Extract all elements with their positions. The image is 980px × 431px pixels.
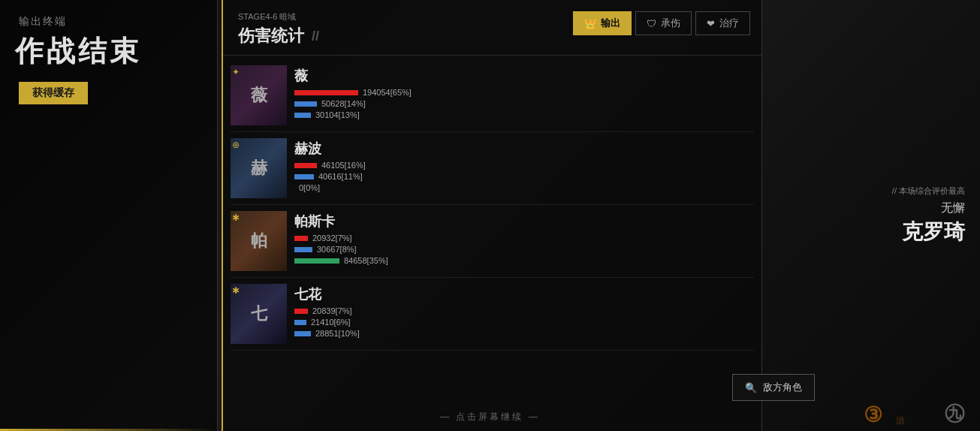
stats-title-text: 伤害统计 <box>238 25 304 47</box>
enemy-button[interactable]: 🔍 敌方角色 <box>732 374 815 401</box>
obtain-button[interactable]: 获得缓存 <box>19 82 88 104</box>
bar-label-3-1: 21410[6%] <box>311 318 351 327</box>
bar-fill-0-2 <box>294 113 311 118</box>
right-panel: // 本场综合评价最高 无懈 克罗琦 <box>830 0 980 431</box>
char-name-3: 七花 <box>294 285 754 303</box>
tab-heal[interactable]: ❤ 治疗 <box>695 11 750 35</box>
bar-label-1-1: 40616[11%] <box>318 172 363 181</box>
bottom-text: — 点击屏幕继续 — <box>440 411 540 422</box>
char-info-2: 帕斯卡20932[7%]30667[8%]84658[35%] <box>294 211 754 267</box>
bar-row-1-2: 0[0%] <box>294 183 754 192</box>
bar-row-2-2: 84658[35%] <box>294 256 754 265</box>
bar-label-0-2: 30104[13%] <box>315 110 360 119</box>
bottom-bar: — 点击屏幕继续 — <box>0 411 980 423</box>
bar-row-2-0: 20932[7%] <box>294 234 754 243</box>
bar-track-0-2 <box>294 113 311 118</box>
bar-fill-2-2 <box>294 258 339 264</box>
bar-label-0-0: 194054[65%] <box>363 88 412 97</box>
bar-label-3-2: 28851[10%] <box>315 329 360 338</box>
tab-damage[interactable]: 🛡 承伤 <box>635 11 692 35</box>
bar-row-0-1: 50628[14%] <box>294 99 754 108</box>
right-rank: 无懈 <box>941 200 965 216</box>
bar-row-1-0: 46105[16%] <box>294 161 754 170</box>
bar-track-0-0 <box>294 90 358 95</box>
tab-damage-label: 承伤 <box>661 17 680 30</box>
bar-label-1-0: 46105[16%] <box>321 161 366 170</box>
bar-row-2-1: 30667[8%] <box>294 245 754 254</box>
bar-fill-3-1 <box>294 320 306 325</box>
tab-heal-icon: ❤ <box>707 18 715 29</box>
char-star-1: ⊕ <box>232 140 240 150</box>
bar-track-0-1 <box>294 101 317 107</box>
left-panel: 输出终端 作战结束 获得缓存 <box>0 0 218 431</box>
watermark-you: 游 <box>896 414 905 427</box>
bar-row-0-2: 30104[13%] <box>294 110 754 119</box>
char-row-2: 帕✱帕斯卡20932[7%]30667[8%]84658[35%] <box>231 205 754 278</box>
bar-track-2-1 <box>294 247 312 252</box>
bar-row-1-1: 40616[11%] <box>294 172 754 181</box>
enemy-label: 敌方角色 <box>763 381 802 394</box>
char-row-1: 赫⊕赫波46105[16%]40616[11%]0[0%] <box>231 132 754 205</box>
char-avatar-1: 赫⊕ <box>231 138 287 198</box>
watermark-3: ③ <box>864 402 882 427</box>
character-list: 薇✦薇194054[65%]50628[14%]30104[13%]赫⊕赫波46… <box>223 56 761 354</box>
bar-track-3-2 <box>294 331 311 336</box>
bar-label-1-2: 0[0%] <box>299 183 320 192</box>
stats-title-slash: // <box>312 29 319 44</box>
tab-output[interactable]: 👑 输出 <box>573 11 632 35</box>
watermark-9: ㊈ <box>944 399 965 427</box>
bar-label-0-1: 50628[14%] <box>321 99 366 108</box>
bar-fill-2-0 <box>294 236 308 241</box>
tab-output-icon: 👑 <box>584 18 596 29</box>
char-info-3: 七花20839[7%]21410[6%]28851[10%] <box>294 284 754 340</box>
left-subtitle: 输出终端 <box>0 0 217 32</box>
bar-fill-2-1 <box>294 247 312 252</box>
bar-fill-1-0 <box>294 163 317 168</box>
char-avatar-0: 薇✦ <box>231 65 287 125</box>
bar-label-2-2: 84658[35%] <box>344 256 388 265</box>
char-star-3: ✱ <box>232 285 240 296</box>
char-star-2: ✱ <box>232 212 240 223</box>
tab-output-label: 输出 <box>601 17 620 30</box>
bar-label-2-1: 30667[8%] <box>317 245 357 254</box>
char-name-0: 薇 <box>294 67 754 85</box>
char-avatar-3: 七✱ <box>231 284 287 344</box>
char-row-3: 七✱七花20839[7%]21410[6%]28851[10%] <box>231 278 754 351</box>
char-info-1: 赫波46105[16%]40616[11%]0[0%] <box>294 138 754 194</box>
bar-fill-1-1 <box>294 174 314 179</box>
bar-fill-0-1 <box>294 101 317 107</box>
right-subtitle: // 本场综合评价最高 <box>892 185 965 197</box>
bar-row-0-0: 194054[65%] <box>294 88 754 97</box>
tab-damage-icon: 🛡 <box>647 18 656 29</box>
bar-fill-3-0 <box>294 309 308 314</box>
bar-track-3-0 <box>294 309 308 314</box>
char-name-1: 赫波 <box>294 140 754 158</box>
left-title: 作战结束 <box>0 32 217 71</box>
stats-panel: STAGE4-6 暗域 伤害统计 // 👑 输出 🛡 承伤 ❤ 治疗 薇✦薇19… <box>222 0 762 431</box>
bar-track-1-0 <box>294 163 317 168</box>
char-avatar-2: 帕✱ <box>231 211 287 271</box>
tab-row: 👑 输出 🛡 承伤 ❤ 治疗 <box>573 11 750 35</box>
bar-label-3-0: 20839[7%] <box>312 306 352 315</box>
bar-row-3-2: 28851[10%] <box>294 329 754 338</box>
bar-track-2-2 <box>294 258 339 264</box>
bar-track-2-0 <box>294 236 308 241</box>
bar-track-3-1 <box>294 320 306 325</box>
bar-row-3-0: 20839[7%] <box>294 306 754 315</box>
bar-track-1-1 <box>294 174 314 179</box>
stats-header: STAGE4-6 暗域 伤害统计 // 👑 输出 🛡 承伤 ❤ 治疗 <box>223 0 761 56</box>
bar-row-3-1: 21410[6%] <box>294 318 754 327</box>
char-name-2: 帕斯卡 <box>294 212 754 231</box>
tab-heal-label: 治疗 <box>719 17 739 30</box>
bar-fill-3-2 <box>294 331 311 336</box>
right-name: 克罗琦 <box>902 218 965 246</box>
char-row-0: 薇✦薇194054[65%]50628[14%]30104[13%] <box>231 59 754 132</box>
char-info-0: 薇194054[65%]50628[14%]30104[13%] <box>294 65 754 122</box>
bar-fill-0-0 <box>294 90 358 95</box>
bar-label-2-0: 20932[7%] <box>312 234 352 243</box>
enemy-icon: 🔍 <box>745 382 757 393</box>
char-star-0: ✦ <box>232 67 240 77</box>
